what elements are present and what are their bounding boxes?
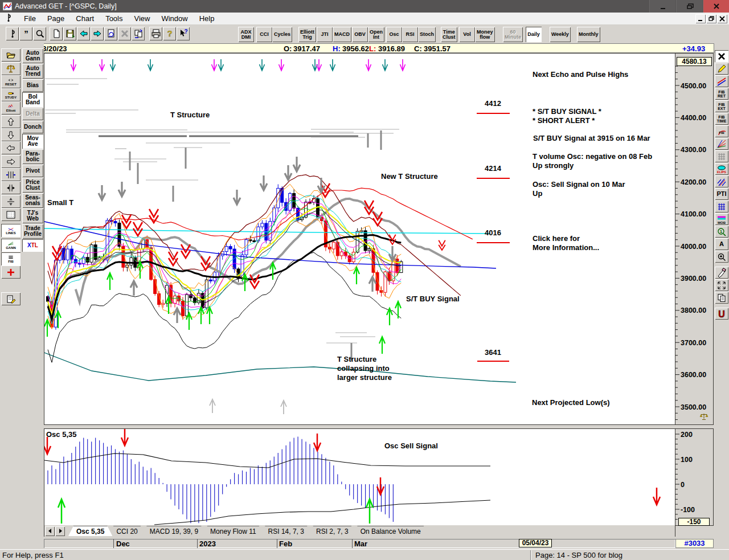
study-movave[interactable]: MovAve [22,134,43,149]
study-autotrend[interactable]: AutoTrend [22,64,43,79]
gann-icon[interactable]: GANN [1,239,21,252]
study-delta[interactable]: Delta [22,108,43,120]
arrow-right-icon[interactable] [1,155,21,168]
close-gray-icon[interactable] [118,27,131,40]
quotes-icon[interactable]: ” [19,27,32,40]
menu-window[interactable]: Window [155,13,193,24]
ellipse-icon[interactable]: ELIPS [715,163,728,175]
fan-icon[interactable] [715,138,728,150]
period-60[interactable]: 60Minute [503,27,523,42]
period-daily[interactable]: Daily [526,27,542,42]
price-axis[interactable]: 4580.13 4500.004400.004300.004200.004100… [675,53,714,425]
maximize-button[interactable] [676,0,702,13]
indicator-elliott[interactable]: ElliottTrig [298,27,316,42]
menu-view[interactable]: View [128,13,155,24]
tab-cci-20[interactable]: CCI 20 [108,526,145,536]
close-button[interactable] [703,0,729,13]
expand-bars-icon[interactable] [1,181,21,194]
menu-page[interactable]: Page [42,13,70,24]
study-priceclust[interactable]: PriceClust [22,178,43,193]
indicator-vol[interactable]: Vol [459,27,475,42]
refresh-chart-icon[interactable] [104,27,117,40]
price-chart-panel[interactable]: Next Echo and Pulse Highs* S/T BUY SIGNA… [44,53,675,425]
mdi-minimize-button[interactable] [695,14,706,23]
pitchfork-icon[interactable] [715,175,728,187]
date-axis[interactable]: 05/04/23 Dec2023FebMar [44,539,675,548]
study-parabolic[interactable]: Para-bolic [22,149,43,164]
mdi-close-button[interactable] [717,14,727,23]
new-page-icon[interactable] [50,27,63,40]
indicator-macd[interactable]: MACD [333,27,351,42]
study-xtl[interactable]: XTL [22,239,43,252]
indicator-rsi[interactable]: RSI [402,27,418,42]
compress-bars-icon[interactable] [1,168,21,181]
indicator-osc[interactable]: Osc [386,27,402,42]
open-layout-icon[interactable] [1,48,21,62]
indicator-adx[interactable]: ADXDMI [238,27,254,42]
menu-help[interactable]: Help [194,13,220,24]
menu-tools[interactable]: Tools [100,13,128,24]
arrow-up-icon[interactable] [1,115,21,128]
oscillator-axis[interactable]: -150 2001000-100 [675,428,714,526]
study-tjsweb[interactable]: TJ'sWeb [22,209,43,223]
tab-osc-5-35[interactable]: Osc 5,35 [68,526,112,536]
magnet-icon[interactable]: U [715,308,728,320]
study-icon[interactable]: STUDY [1,88,21,101]
grid-dots-icon[interactable] [1,208,21,221]
crosshair-icon[interactable] [1,265,21,279]
study-bias[interactable]: Bias [22,79,43,92]
tab-money-flow-11[interactable]: Money Flow 11 [202,526,264,536]
indicator-obv[interactable]: OBV [352,27,368,42]
tab-macd-19-39-9[interactable]: MACD 19, 39, 9 [142,526,206,536]
fib-ext-icon[interactable]: FIBEXT [715,100,728,112]
magnifier-icon[interactable] [33,27,46,40]
trendlines-icon[interactable] [715,75,728,87]
period-monthly[interactable]: Monthly [577,27,600,42]
grid-icon[interactable] [715,150,728,162]
period-weekly[interactable]: Weekly [550,27,571,42]
zoom-icon[interactable] [715,251,728,263]
menu-chart[interactable]: Chart [70,13,100,24]
pencil-icon[interactable] [715,63,728,75]
study-tradeprofile[interactable]: TradeProfile [22,224,43,239]
arrow-down-icon[interactable] [1,128,21,141]
tab-scroll-right-button[interactable] [55,526,65,536]
indicator-jti[interactable]: JTI [317,27,333,42]
properties-icon[interactable] [1,292,21,305]
fib-time-icon[interactable]: FIBTIME [715,113,728,125]
indicator-stoch[interactable]: Stoch [418,27,436,42]
scales-icon[interactable] [1,62,21,75]
print-icon[interactable] [149,27,162,40]
mdi-restore-button[interactable] [706,14,716,23]
elliott-icon[interactable]: Elliott [1,101,21,115]
pti-icon[interactable]: PTI [715,188,728,200]
study-autogann[interactable]: AutoGann [22,48,43,63]
menu-file[interactable]: File [18,13,42,24]
fib-icon[interactable]: FIB [1,252,21,265]
reset-icon[interactable]: RESET [1,75,21,88]
tab-rsi-14-7-3[interactable]: RSI 14, 7, 3 [260,526,312,536]
pin-icon[interactable] [6,27,19,40]
indicator-cycles[interactable]: Cycles [272,27,292,42]
back-icon[interactable] [77,27,90,40]
indicator-open[interactable]: OpenInt [368,27,384,42]
context-help-icon[interactable]: ? [177,27,190,40]
indicator-money[interactable]: Moneyflow [475,27,495,42]
fib-circle-icon[interactable]: FIB [715,125,728,137]
tab-scroll-left-button[interactable] [45,526,55,536]
oscillator-panel[interactable]: Osc 5,35 Osc Sell Signal [44,428,675,526]
grid-blue-icon[interactable] [715,201,728,212]
tab-on-balance-volume[interactable]: On Balance Volume [353,526,429,536]
minimize-button[interactable] [649,0,675,13]
compress-vertical-icon[interactable] [1,195,21,208]
indicator-time[interactable]: TimeClust [441,27,457,42]
forward-icon[interactable] [91,27,104,40]
study-seasonals[interactable]: Seas-onals [22,193,43,208]
expand-icon[interactable] [715,279,728,291]
copy-icon[interactable] [715,292,728,304]
mob-icon[interactable]: MOB [715,213,728,225]
study-pivot[interactable]: Pivot [22,165,43,177]
save-icon[interactable] [63,27,76,40]
text-a-icon[interactable]: A [715,238,728,250]
tab-rsi-2-7-3[interactable]: RSI 2, 7, 3 [308,526,357,536]
